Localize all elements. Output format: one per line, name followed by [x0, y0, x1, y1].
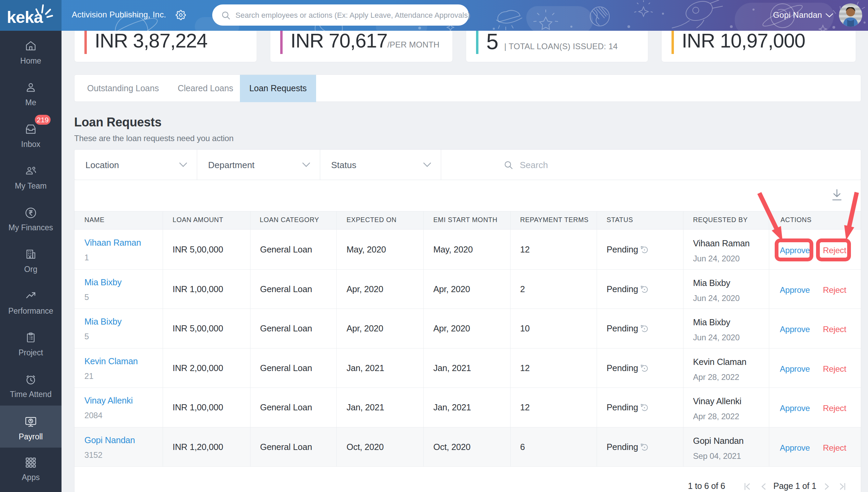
svg-text:keka: keka: [7, 8, 43, 26]
